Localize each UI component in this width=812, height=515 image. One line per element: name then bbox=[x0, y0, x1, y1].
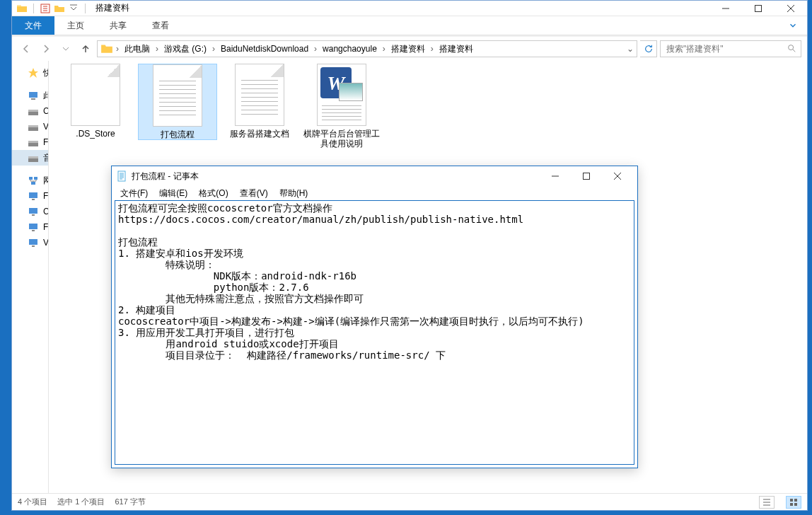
open-icon[interactable] bbox=[54, 3, 65, 14]
file-item[interactable]: 打包流程 bbox=[138, 64, 217, 140]
sidebar-item-computer[interactable]: F bbox=[12, 219, 48, 235]
file-item[interactable]: W棋牌平台后台管理工具使用说明 bbox=[302, 64, 381, 149]
file-label: 棋牌平台后台管理工具使用说明 bbox=[302, 129, 381, 149]
notepad-textarea[interactable]: 打包流程可完全按照cocoscretor官方文档操作 https://docs.… bbox=[115, 200, 634, 465]
chevron-down-icon[interactable]: ⌄ bbox=[625, 44, 635, 54]
sidebar[interactable]: 快 此 C V F 音 网 F C F V bbox=[12, 61, 49, 493]
notepad-window: 打包流程 - 记事本 文件(F) 编辑(E) 格式(O) 查看(V) 帮助(H)… bbox=[111, 166, 638, 468]
np-close-button[interactable] bbox=[602, 166, 633, 186]
view-details-button[interactable] bbox=[759, 496, 775, 509]
svg-rect-4 bbox=[31, 98, 35, 100]
svg-rect-3 bbox=[29, 92, 37, 98]
drive-icon bbox=[28, 152, 39, 163]
drive-icon bbox=[28, 105, 39, 117]
drive-icon bbox=[28, 121, 39, 132]
sidebar-item-computer[interactable]: F bbox=[12, 188, 48, 204]
sidebar-item-drive[interactable]: 音 bbox=[12, 150, 48, 166]
svg-rect-13 bbox=[29, 177, 33, 180]
ribbon-tab-view[interactable]: 查看 bbox=[139, 16, 182, 35]
sidebar-item-drive[interactable]: V bbox=[12, 119, 48, 134]
notepad-titlebar[interactable]: 打包流程 - 记事本 bbox=[112, 166, 637, 186]
file-icon bbox=[71, 64, 120, 126]
sidebar-item-computer[interactable]: C bbox=[12, 204, 48, 219]
notepad-title: 打包流程 - 记事本 bbox=[132, 170, 540, 183]
maximize-button[interactable] bbox=[742, 1, 775, 16]
close-button[interactable] bbox=[775, 1, 807, 16]
np-menu-format[interactable]: 格式(O) bbox=[193, 187, 233, 199]
search-box[interactable] bbox=[660, 40, 801, 57]
np-menu-view[interactable]: 查看(V) bbox=[234, 187, 274, 199]
breadcrumb-item[interactable]: 游戏盘 (G:) bbox=[160, 41, 211, 57]
svg-rect-11 bbox=[28, 158, 38, 162]
file-label: .DS_Store bbox=[56, 129, 135, 139]
monitor-icon bbox=[28, 221, 39, 233]
nav-up-button[interactable] bbox=[77, 40, 94, 57]
qat-dropdown-icon[interactable] bbox=[68, 3, 79, 14]
svg-rect-17 bbox=[32, 199, 35, 200]
view-icons-button[interactable] bbox=[786, 496, 801, 509]
file-item[interactable]: 服务器搭建文档 bbox=[220, 64, 299, 139]
status-selection: 选中 1 个项目 bbox=[57, 497, 105, 507]
search-input[interactable] bbox=[665, 43, 787, 54]
sidebar-item-quick[interactable]: 快 bbox=[12, 65, 48, 81]
sidebar-item-drive[interactable]: F bbox=[12, 134, 48, 150]
svg-rect-6 bbox=[28, 110, 38, 112]
address-bar: › 此电脑› 游戏盘 (G:)› BaiduNetdiskDownload› w… bbox=[12, 37, 807, 61]
explorer-titlebar[interactable]: 搭建资料 bbox=[12, 1, 807, 16]
star-icon bbox=[28, 67, 39, 79]
status-count: 4 个项目 bbox=[18, 497, 47, 507]
sidebar-item-computer[interactable]: V bbox=[12, 235, 48, 250]
network-icon bbox=[28, 175, 39, 186]
monitor-icon bbox=[28, 206, 39, 217]
breadcrumb-item[interactable]: 搭建资料 bbox=[435, 41, 477, 57]
svg-rect-21 bbox=[32, 230, 35, 231]
file-pane[interactable]: .DS_Store打包流程服务器搭建文档W棋牌平台后台管理工具使用说明 打包流程… bbox=[49, 61, 807, 493]
nav-back-button[interactable] bbox=[18, 40, 35, 57]
ribbon-file-tab[interactable]: 文件 bbox=[12, 16, 54, 35]
np-menu-file[interactable]: 文件(F) bbox=[115, 187, 153, 199]
svg-rect-7 bbox=[28, 127, 38, 131]
status-size: 617 字节 bbox=[115, 497, 145, 507]
ribbon: 文件 主页 共享 查看 bbox=[12, 16, 807, 35]
ribbon-help-icon[interactable] bbox=[779, 16, 807, 35]
sidebar-item-drive[interactable]: C bbox=[12, 103, 48, 119]
svg-rect-10 bbox=[28, 141, 38, 143]
svg-rect-1 bbox=[755, 5, 762, 11]
chevron-right-icon[interactable]: › bbox=[115, 44, 120, 54]
monitor-icon bbox=[28, 237, 39, 248]
sidebar-item-network[interactable]: 网 bbox=[12, 173, 48, 188]
breadcrumb-item[interactable]: 此电脑 bbox=[120, 41, 154, 57]
file-label: 服务器搭建文档 bbox=[220, 129, 299, 139]
breadcrumb-item[interactable]: BaiduNetdiskDownload bbox=[216, 41, 313, 57]
word-doc-icon: W bbox=[317, 64, 366, 126]
np-maximize-button[interactable] bbox=[571, 166, 602, 186]
svg-rect-29 bbox=[794, 499, 797, 502]
file-label: 打包流程 bbox=[139, 129, 216, 139]
breadcrumb-item[interactable]: 搭建资料 bbox=[387, 41, 429, 57]
np-minimize-button[interactable] bbox=[540, 166, 571, 186]
np-menu-edit[interactable]: 编辑(E) bbox=[153, 187, 193, 199]
nav-forward-button[interactable] bbox=[37, 40, 54, 57]
text-file-icon bbox=[153, 64, 202, 127]
svg-rect-5 bbox=[28, 112, 38, 115]
file-item[interactable]: .DS_Store bbox=[56, 64, 135, 139]
pc-icon bbox=[28, 90, 39, 101]
ribbon-tab-share[interactable]: 共享 bbox=[97, 16, 139, 35]
properties-icon[interactable] bbox=[40, 3, 51, 14]
svg-rect-28 bbox=[790, 499, 793, 502]
minimize-button[interactable] bbox=[709, 1, 742, 16]
svg-rect-9 bbox=[28, 143, 38, 146]
notepad-menubar[interactable]: 文件(F) 编辑(E) 格式(O) 查看(V) 帮助(H) bbox=[112, 186, 637, 200]
status-bar: 4 个项目 选中 1 个项目 617 字节 bbox=[12, 493, 807, 510]
breadcrumb[interactable]: › 此电脑› 游戏盘 (G:)› BaiduNetdiskDownload› w… bbox=[97, 40, 637, 57]
svg-rect-30 bbox=[790, 503, 793, 506]
sidebar-item-pc[interactable]: 此 bbox=[12, 88, 48, 103]
breadcrumb-item[interactable]: wangchaoyule bbox=[318, 41, 381, 57]
svg-rect-16 bbox=[29, 192, 37, 198]
refresh-button[interactable] bbox=[640, 40, 657, 57]
svg-rect-15 bbox=[31, 182, 35, 185]
folder-icon bbox=[16, 3, 28, 14]
nav-recent-button[interactable] bbox=[57, 40, 74, 57]
ribbon-tab-home[interactable]: 主页 bbox=[54, 16, 97, 35]
np-menu-help[interactable]: 帮助(H) bbox=[274, 187, 314, 199]
